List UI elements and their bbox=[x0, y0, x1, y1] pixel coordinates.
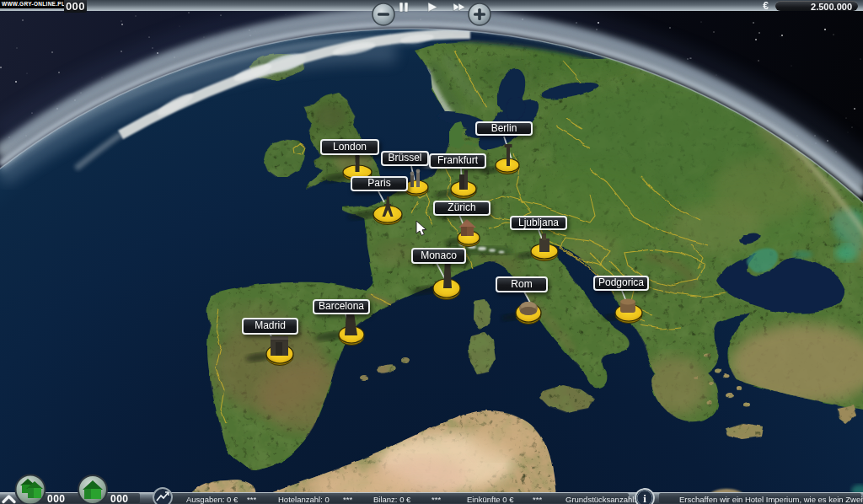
svg-text:i: i bbox=[643, 492, 646, 504]
